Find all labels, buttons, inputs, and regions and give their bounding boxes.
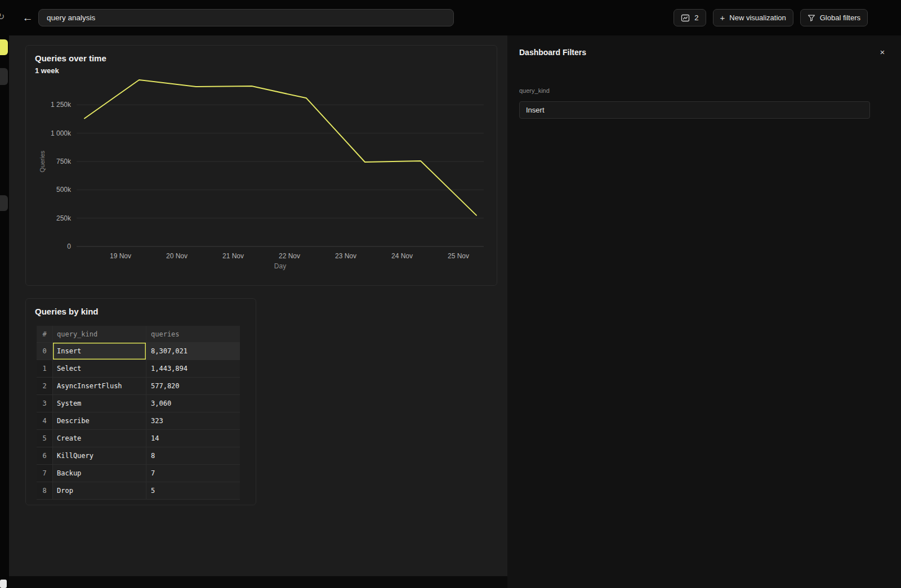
filter-input[interactable]: [519, 101, 870, 119]
x-tick-label: 19 Nov: [110, 252, 131, 260]
y-tick-label: 250k: [56, 214, 72, 222]
query-kind-cell[interactable]: Create: [53, 430, 146, 447]
queries-over-time-card: 0250k500k750k1 000k1 250k19 Nov20 Nov21 …: [25, 45, 497, 286]
x-tick-label: 24 Nov: [391, 252, 413, 260]
table-row[interactable]: 0Insert8,307,021: [37, 343, 240, 360]
queries-cell[interactable]: 7: [146, 465, 240, 482]
row-index-cell[interactable]: 0: [37, 343, 53, 360]
queries-table: #query_kindqueries0Insert8,307,0211Selec…: [37, 326, 240, 500]
x-tick-label: 20 Nov: [166, 252, 188, 260]
global-filters-label: Global filters: [820, 14, 860, 22]
queries-cell[interactable]: 1,443,894: [146, 360, 240, 378]
y-axis-label: Queries: [39, 150, 46, 172]
dashboard-canvas: 0250k500k750k1 000k1 250k19 Nov20 Nov21 …: [9, 35, 507, 576]
y-tick-label: 750k: [56, 158, 72, 165]
query-kind-cell[interactable]: Describe: [53, 412, 146, 430]
column-header-query_kind[interactable]: query_kind: [53, 326, 146, 343]
new-visualization-label: New visualization: [729, 14, 786, 22]
table-row[interactable]: 3System3,060: [37, 395, 240, 412]
queries-cell[interactable]: 577,820: [146, 378, 240, 395]
filter-field-label: query_kind: [519, 87, 550, 94]
topbar: ↻ ← 2 + New visualization Global filte: [0, 0, 901, 35]
plus-icon: +: [720, 14, 725, 22]
funnel-icon: [808, 14, 815, 22]
queries-cell[interactable]: 8,307,021: [146, 343, 240, 360]
topbar-actions: 2 + New visualization Global filters: [673, 9, 868, 26]
x-tick-label: 22 Nov: [279, 252, 300, 260]
column-header-queries[interactable]: queries: [146, 326, 240, 343]
query-kind-cell[interactable]: Insert: [53, 343, 146, 360]
queries-cell[interactable]: 14: [146, 430, 240, 447]
sidebar-active-indicator[interactable]: [0, 39, 8, 55]
chart-title: Queries over time: [35, 53, 106, 63]
row-index-cell[interactable]: 8: [37, 482, 53, 500]
global-filters-button[interactable]: Global filters: [800, 9, 868, 26]
query-kind-cell[interactable]: Drop: [53, 482, 146, 500]
row-index-cell[interactable]: 4: [37, 412, 53, 430]
sidebar-scrollbar-thumb[interactable]: [0, 580, 7, 588]
queries-over-time-chart[interactable]: 0250k500k750k1 000k1 250k19 Nov20 Nov21 …: [26, 46, 498, 286]
close-icon: ×: [880, 47, 885, 57]
row-index-cell[interactable]: 7: [37, 465, 53, 482]
dashboard-filters-panel: Dashboard Filters × query_kind: [507, 35, 901, 588]
dashboard-title-input[interactable]: [38, 9, 454, 26]
panel-title: Dashboard Filters: [519, 48, 586, 57]
close-button[interactable]: ×: [876, 46, 889, 58]
table-header-row: #query_kindqueries: [37, 326, 240, 343]
table-row[interactable]: 7Backup7: [37, 465, 240, 482]
row-index-cell[interactable]: 1: [37, 360, 53, 378]
table-row[interactable]: 5Create14: [37, 430, 240, 447]
y-tick-label: 500k: [56, 186, 72, 194]
visualization-count: 2: [694, 14, 698, 22]
back-button[interactable]: ←: [20, 9, 35, 26]
chart-subtitle: 1 week: [35, 66, 59, 75]
query-kind-cell[interactable]: System: [53, 395, 146, 412]
x-tick-label: 25 Nov: [448, 252, 469, 260]
queries-by-kind-card: Queries by kind #query_kindqueries0Inser…: [25, 298, 256, 505]
sidebar-item-pill-1[interactable]: [0, 68, 8, 85]
row-index-cell[interactable]: 2: [37, 378, 53, 395]
x-tick-label: 23 Nov: [335, 252, 356, 260]
table-row[interactable]: 1Select1,443,894: [37, 360, 240, 378]
content-bottom-bar: [9, 576, 507, 588]
sidebar-item-pill-2[interactable]: [0, 195, 8, 211]
refresh-icon[interactable]: ↻: [0, 11, 5, 22]
series-line: [84, 80, 476, 216]
row-index-cell[interactable]: 6: [37, 447, 53, 465]
query-kind-cell[interactable]: AsyncInsertFlush: [53, 378, 146, 395]
y-tick-label: 1 000k: [51, 129, 72, 137]
table-row[interactable]: 4Describe323: [37, 412, 240, 430]
y-tick-label: 1 250k: [51, 101, 72, 109]
queries-cell[interactable]: 3,060: [146, 395, 240, 412]
back-arrow-icon: ←: [23, 12, 33, 24]
table-row[interactable]: 8Drop5: [37, 482, 240, 500]
queries-cell[interactable]: 5: [146, 482, 240, 500]
table-row[interactable]: 6KillQuery8: [37, 447, 240, 465]
y-tick-label: 0: [67, 243, 71, 250]
x-tick-label: 21 Nov: [222, 252, 244, 260]
new-visualization-button[interactable]: + New visualization: [713, 9, 793, 26]
queries-cell[interactable]: 8: [146, 447, 240, 465]
query-kind-cell[interactable]: Backup: [53, 465, 146, 482]
table-row[interactable]: 2AsyncInsertFlush577,820: [37, 378, 240, 395]
visualization-count-button[interactable]: 2: [673, 9, 706, 26]
column-header-index[interactable]: #: [37, 326, 53, 343]
query-kind-cell[interactable]: Select: [53, 360, 146, 378]
sidebar: [0, 35, 9, 588]
row-index-cell[interactable]: 3: [37, 395, 53, 412]
table-title: Queries by kind: [35, 307, 99, 316]
chart-frame-icon: [681, 14, 690, 23]
queries-cell[interactable]: 323: [146, 412, 240, 430]
query-kind-cell[interactable]: KillQuery: [53, 447, 146, 465]
x-axis-label: Day: [274, 262, 286, 270]
row-index-cell[interactable]: 5: [37, 430, 53, 447]
